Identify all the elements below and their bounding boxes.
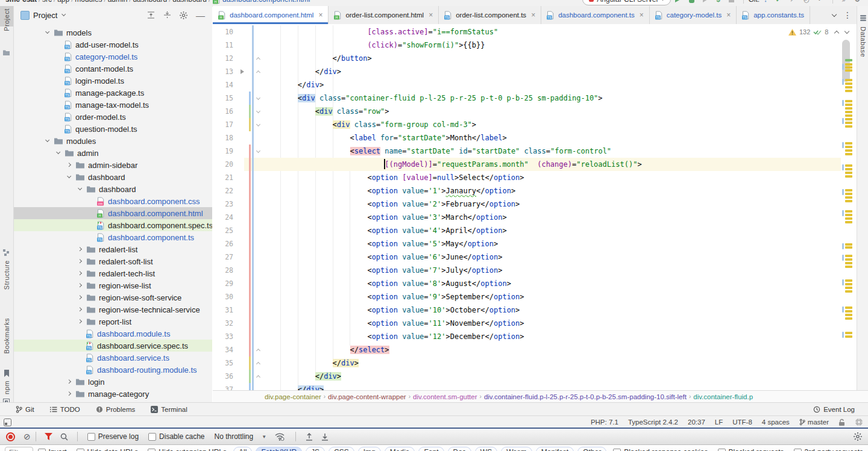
warning-stripe-mark[interactable]: [845, 262, 852, 264]
code-line-23[interactable]: 23 <option value='2'>February</option>: [213, 198, 841, 211]
tree-chevron-down-icon[interactable]: [52, 152, 64, 154]
hidden-tabs-chevron-icon[interactable]: [832, 11, 837, 16]
toolbar-breadcrumb-item[interactable]: admin: [108, 0, 128, 4]
resource-type-pill-other[interactable]: Other: [577, 447, 606, 451]
warning-stripe-mark[interactable]: [845, 221, 852, 223]
fold-marker-icon[interactable]: [255, 65, 261, 78]
stripe-button-project[interactable]: Project: [3, 8, 10, 31]
checkbox-invert[interactable]: Invert: [38, 448, 67, 451]
info-stripe-mark[interactable]: [842, 142, 844, 148]
tree-item-redalert-list[interactable]: redalert-list: [14, 243, 212, 255]
network-conditions-icon[interactable]: [275, 433, 285, 441]
tree-item-contant-model.ts[interactable]: TScontant-model.ts: [14, 63, 212, 75]
status-line-separator[interactable]: LF: [715, 418, 723, 426]
record-network-log-button[interactable]: [6, 432, 15, 441]
warning-stripe-mark[interactable]: [845, 175, 852, 178]
info-stripe-mark[interactable]: [842, 279, 844, 285]
status-bar[interactable]: PHP: 7.1TypeScript 2.4.220:37LFUTF-84 sp…: [0, 415, 868, 428]
tree-chevron-right-icon[interactable]: [74, 247, 86, 250]
warning-stripe-mark[interactable]: [845, 125, 852, 128]
code-line-24[interactable]: 24 <option value='3'>March</option>: [213, 211, 841, 224]
info-stripe-mark[interactable]: [842, 332, 844, 338]
tree-item-manage-package.ts[interactable]: TSmanage-package.ts: [14, 87, 212, 99]
warning-stripe-mark[interactable]: [845, 82, 852, 85]
info-stripe-mark[interactable]: [842, 306, 844, 313]
warning-stripe-mark[interactable]: [845, 310, 852, 313]
tree-item-order-model.ts[interactable]: TSorder-model.ts: [14, 111, 212, 123]
warning-stripe-mark[interactable]: [845, 279, 852, 282]
code-line-20[interactable]: 20 [(ngModel)]="requestParams.month" (ch…: [213, 158, 841, 171]
tree-item-admin-sidebar[interactable]: admin-sidebar: [14, 159, 212, 171]
code-editor[interactable]: 10 [class.active]="i==formStatus"11 (cli…: [213, 24, 841, 390]
warning-stripe-mark[interactable]: [845, 314, 852, 316]
tree-item-models[interactable]: models: [14, 26, 212, 39]
toolbar-breadcrumb-file[interactable]: dashboard.component.html: [222, 0, 310, 4]
code-line-13[interactable]: 13 </div>: [213, 65, 841, 78]
warning-stripe-mark[interactable]: [845, 104, 852, 106]
tree-item-modules[interactable]: modules: [14, 135, 212, 147]
warning-stripe-mark[interactable]: [845, 114, 852, 117]
tree-chevron-right-icon[interactable]: [63, 163, 75, 166]
tree-chevron-right-icon[interactable]: [63, 392, 75, 395]
editor-options-kebab-icon[interactable]: ⋮: [843, 10, 852, 20]
bookmark-icon[interactable]: [4, 370, 10, 377]
warning-stripe-mark[interactable]: [845, 266, 852, 268]
info-stripe-mark[interactable]: [842, 118, 844, 124]
tree-item-login-model.ts[interactable]: TSlogin-model.ts: [14, 75, 212, 87]
status-caret-position[interactable]: 20:37: [688, 418, 705, 426]
warning-stripe-mark[interactable]: [845, 168, 852, 170]
stop-button[interactable]: [729, 0, 734, 2]
warning-stripe-mark[interactable]: [845, 335, 852, 338]
tree-item-login[interactable]: login: [14, 376, 212, 388]
vcs-commit-icon[interactable]: ✓: [776, 0, 781, 4]
fold-marker-icon[interactable]: [255, 145, 261, 158]
tree-chevron-down-icon[interactable]: [63, 176, 75, 178]
warning-stripe-mark[interactable]: [845, 306, 852, 309]
code-line-11[interactable]: 11 (click)="showForm(i)">{{b}}: [213, 39, 841, 52]
tab-close-icon[interactable]: ×: [640, 11, 644, 19]
checkbox-blocked-requests[interactable]: Blocked requests: [718, 448, 784, 451]
warning-stripe-mark[interactable]: [845, 214, 852, 216]
code-line-32[interactable]: 32 <option value='11'>November</option>: [213, 317, 841, 330]
resource-type-pill-all[interactable]: All: [233, 447, 252, 451]
project-dropdown-chevron[interactable]: [57, 14, 69, 16]
tree-item-dashboard.component.html[interactable]: Hdashboard.component.html: [14, 207, 212, 219]
search-everywhere-icon[interactable]: ⌕: [842, 0, 846, 4]
warning-stripe-mark[interactable]: [845, 142, 852, 145]
warning-stripe-mark[interactable]: [845, 283, 852, 285]
info-stripe-mark[interactable]: [842, 189, 844, 195]
tab-dashboard.component.html[interactable]: Hdashboard.component.html×: [213, 6, 329, 24]
toolwindow-button-git[interactable]: Git: [16, 406, 34, 413]
stripe-button-bookmarks[interactable]: Bookmarks: [3, 318, 10, 354]
warning-stripe-mark[interactable]: [845, 317, 852, 320]
history-icon[interactable]: ◴: [804, 0, 810, 4]
warning-stripe-mark[interactable]: [845, 164, 852, 167]
fold-marker-icon[interactable]: [255, 356, 261, 370]
breadcrumb-item[interactable]: div.content.sm-gutter: [413, 393, 477, 400]
debug-button[interactable]: [689, 0, 694, 3]
resource-type-pill-ws[interactable]: WS: [475, 447, 497, 451]
warning-stripe-mark[interactable]: [845, 246, 852, 249]
undo-icon[interactable]: ↶: [818, 0, 823, 4]
tree-chevron-right-icon[interactable]: [74, 284, 86, 287]
tree-item-dashboard.service.spec.ts[interactable]: TSdashboard.service.spec.ts: [14, 340, 212, 352]
tree-item-redalert-soft-list[interactable]: redalert-soft-list: [14, 255, 212, 267]
network-filter-input[interactable]: Filter: [5, 447, 33, 451]
toolbar-breadcrumb-item[interactable]: dashboard: [172, 0, 207, 4]
resource-type-pill-js[interactable]: JS: [306, 447, 325, 451]
breadcrumb-item[interactable]: div.page-container: [265, 393, 321, 400]
devtools-filter-row[interactable]: FilterInvertHide data URLsHide extension…: [0, 445, 868, 451]
fold-marker-icon[interactable]: [255, 92, 261, 105]
code-line-33[interactable]: 33 <option value='12'>December</option>: [213, 330, 841, 343]
tree-item-question-model.ts[interactable]: TSquestion-model.ts: [14, 123, 212, 135]
tree-item-region-wise-technical-service[interactable]: region-wise-technical-service: [14, 303, 212, 316]
info-stripe-mark[interactable]: [842, 164, 844, 170]
devtools-settings-gear-icon[interactable]: [854, 432, 862, 441]
disable-cache-checkbox[interactable]: Disable cache: [148, 432, 204, 441]
warning-stripe-mark[interactable]: [845, 86, 852, 89]
tree-item-region-wise-list[interactable]: region-wise-list: [14, 279, 212, 291]
breadcrumb-item[interactable]: div.container-fluid.p: [693, 393, 753, 400]
tree-chevron-down-icon[interactable]: [42, 140, 54, 142]
project-panel-header[interactable]: Project —: [14, 6, 212, 24]
filter-funnel-icon[interactable]: [45, 433, 52, 440]
